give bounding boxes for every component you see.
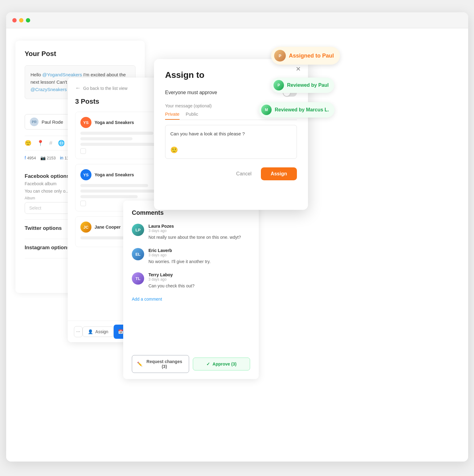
comment-2-time: 3 days ago <box>148 253 211 257</box>
more-options-button[interactable]: ··· <box>74 326 83 337</box>
brand-3-avatar: JC <box>80 222 91 233</box>
linkedin-icon: in <box>60 155 63 160</box>
traffic-light-yellow[interactable] <box>19 18 23 22</box>
comment-item-1: LP Laura Pozes 3 days ago Not really sur… <box>132 224 250 241</box>
brand-2-avatar: YS <box>80 169 91 180</box>
instagram-stat: 📷 2153 <box>40 155 56 160</box>
request-changes-button[interactable]: ✏️ Request changes (3) <box>132 355 189 373</box>
message-label-text: Your message (optional) <box>165 103 212 108</box>
everyone-approve-label: Everyone must approve <box>165 90 217 95</box>
location-icon[interactable]: 📍 <box>37 140 44 146</box>
mention-1: @YogandSneakers <box>42 72 82 77</box>
facebook-stat: f 4954 <box>25 155 36 160</box>
assignee-avatar: PR <box>30 118 38 126</box>
add-comment-link[interactable]: Add a comment <box>132 297 250 302</box>
your-post-title: Your Post <box>25 50 136 58</box>
back-label: Go back to the list view <box>83 86 128 91</box>
back-arrow-icon: ← <box>75 85 81 91</box>
brand-3-name: Jane Cooper <box>95 225 121 230</box>
browser-window: Your Post Hello @YogandSneakers I'm exci… <box>6 12 468 462</box>
instagram-icon: 📷 <box>40 155 46 160</box>
assign-modal-button[interactable]: Assign <box>261 167 297 180</box>
comment-item-3: TL Terry Laboy 3 days ago Can you check … <box>132 272 250 289</box>
assign-person-icon: 👤 <box>88 329 93 334</box>
comment-2-body: Eric Laverb 3 days ago No worries. I'll … <box>148 248 211 265</box>
facebook-icon: f <box>25 155 26 160</box>
reviewed-by-marcus-text: Reviewed by Marcus L. <box>275 107 329 113</box>
approve-label: Approve (3) <box>213 362 237 366</box>
message-text: Can you have a look at this please ? <box>170 131 245 136</box>
comments-title: Comments <box>132 209 250 216</box>
comments-panel: Comments LP Laura Pozes 3 days ago Not r… <box>123 201 259 379</box>
check-icon: ✓ <box>206 362 210 366</box>
skeleton-1-line-2 <box>80 137 132 140</box>
globe-icon[interactable]: 🌐 <box>58 140 65 146</box>
assign-label: Assign <box>95 329 108 334</box>
hashtag-icon[interactable]: # <box>49 140 52 146</box>
mention-2: @CrazySneakers <box>30 87 67 92</box>
album-select[interactable]: Select <box>25 202 74 214</box>
reviewed-by-marcus-badge: M Reviewed by Marcus L. <box>259 102 334 118</box>
comment-1-author: Laura Pozes <box>148 224 241 229</box>
brand-1-name: Yoga and Sneakers <box>95 120 134 125</box>
comment-1-time: 3 days ago <box>148 229 241 233</box>
comment-3-time: 3 days ago <box>148 277 194 282</box>
brand-1-avatar: YS <box>80 117 91 128</box>
comment-2-text: No worries. I'll give it another try. <box>148 258 211 265</box>
browser-content: Your Post Hello @YogandSneakers I'm exci… <box>6 28 468 462</box>
skeleton-2-line-3 <box>80 195 138 198</box>
assigned-to-paul-text: Assigned to Paul <box>289 53 334 59</box>
modal-close-button[interactable]: ✕ <box>294 65 302 73</box>
skeleton-2-line-2 <box>80 190 164 193</box>
comment-2-author: Eric Laverb <box>148 248 211 253</box>
modal-footer: Cancel Assign <box>165 167 297 180</box>
brand-2-name: Yoga and Sneakers <box>95 172 134 177</box>
message-emoji-icon[interactable]: 🙂 <box>170 145 178 155</box>
comments-footer: ✏️ Request changes (3) ✓ Approve (3) <box>132 355 250 373</box>
emoji-icon[interactable]: 🙂 <box>25 140 31 146</box>
assign-button[interactable]: 👤 Assign <box>83 326 114 337</box>
reviewed-by-paul-text: Reviewed by Paul <box>287 82 329 88</box>
instagram-count: 2153 <box>47 156 56 160</box>
skeleton-2-line-1 <box>80 184 148 187</box>
reviewed-by-paul-badge: P Reviewed by Paul <box>271 78 334 93</box>
cancel-button[interactable]: Cancel <box>231 168 257 180</box>
comment-3-text: Can you check this out? <box>148 283 194 289</box>
request-changes-label: Request changes (3) <box>145 359 184 369</box>
calendar-icon: 📅 <box>118 329 123 334</box>
traffic-light-green[interactable] <box>26 18 30 22</box>
comment-1-avatar: LP <box>132 224 144 236</box>
message-textarea[interactable]: Can you have a look at this please ? 🙂 <box>165 125 297 159</box>
comment-1-body: Laura Pozes 3 days ago Not really sure a… <box>148 224 241 241</box>
comment-3-author: Terry Laboy <box>148 272 194 277</box>
comment-item-2: EL Eric Laverb 3 days ago No worries. I'… <box>132 248 250 265</box>
pencil-icon: ✏️ <box>137 362 142 366</box>
album-placeholder: Select <box>29 206 41 210</box>
traffic-light-red[interactable] <box>12 18 17 22</box>
reviewed-marcus-avatar: M <box>261 105 272 115</box>
approve-button[interactable]: ✓ Approve (3) <box>193 358 250 370</box>
tab-private[interactable]: Private <box>165 111 180 120</box>
browser-titlebar <box>6 12 468 28</box>
comment-1-text: Not really sure about the tone on this o… <box>148 234 241 241</box>
reviewed-paul-avatar: P <box>273 80 284 90</box>
tab-public-label: Public <box>186 111 198 117</box>
skeleton-1-line-1 <box>80 132 153 135</box>
comment-3-body: Terry Laboy 3 days ago Can you check thi… <box>148 272 194 289</box>
comment-3-avatar: TL <box>132 272 144 285</box>
tab-private-label: Private <box>165 111 180 117</box>
assigned-paul-avatar: P <box>274 50 286 62</box>
post-1-checkbox[interactable] <box>80 148 86 154</box>
facebook-count: 4954 <box>27 156 36 160</box>
assigned-to-paul-badge: P Assigned to Paul <box>271 47 340 65</box>
comment-2-avatar: EL <box>132 248 144 260</box>
post-2-checkbox[interactable] <box>80 201 86 206</box>
tab-public[interactable]: Public <box>186 111 198 120</box>
